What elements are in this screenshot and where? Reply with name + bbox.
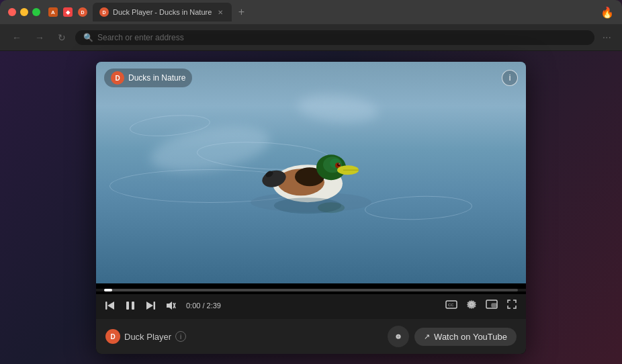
progress-bar-fill — [104, 289, 112, 291]
water-highlight-2 — [296, 92, 379, 126]
active-tab[interactable]: D Duck Player - Ducks in Nature ✕ — [93, 3, 232, 21]
other-favicon-1[interactable]: ◆ — [63, 7, 73, 17]
right-controls: CC — [444, 298, 518, 312]
play-pause-button[interactable] — [124, 300, 136, 312]
traffic-lights — [8, 8, 40, 16]
airbnb-favicon[interactable]: A — [48, 7, 58, 17]
water-ripple-3 — [364, 194, 472, 222]
right-bottom-controls: ↗ Watch on YouTube — [388, 326, 517, 347]
address-text: Search or enter address — [97, 33, 184, 42]
svg-rect-30 — [492, 304, 496, 307]
progress-bar-container[interactable] — [104, 289, 518, 291]
forward-button[interactable]: → — [31, 30, 48, 46]
settings-video-button[interactable] — [465, 298, 478, 312]
captions-button[interactable]: CC — [444, 299, 459, 312]
close-button[interactable] — [8, 8, 16, 16]
svg-marker-23 — [167, 302, 172, 310]
maximize-button[interactable] — [32, 8, 40, 16]
ddg-logo-pill: D Ducks in Nature — [104, 69, 192, 87]
duck-player-logo: D — [105, 329, 120, 344]
tab-title: Duck Player - Ducks in Nature — [113, 8, 212, 16]
svg-point-10 — [339, 163, 340, 165]
bookmark-icons: A ◆ D — [48, 7, 87, 17]
svg-rect-17 — [105, 302, 107, 310]
duck-player-info-button[interactable]: i — [175, 331, 186, 342]
watch-youtube-label: Watch on YouTube — [434, 332, 507, 342]
new-tab-button[interactable]: + — [234, 5, 248, 19]
svg-marker-22 — [146, 302, 153, 310]
time-display: 0:00 / 2:39 — [186, 302, 436, 310]
browser-menu-button[interactable]: ··· — [600, 29, 614, 46]
bottom-bar: D Duck Player i ↗ Watch on YouTube — [96, 319, 526, 354]
content-area: D Ducks in Nature i — [0, 51, 622, 364]
fullscreen-button[interactable] — [506, 298, 518, 312]
skip-forward-button[interactable] — [144, 300, 157, 312]
duck-player-label: D Duck Player i — [105, 329, 186, 344]
duck-player-text: Duck Player — [124, 332, 171, 342]
ddg-logo-icon: D — [111, 71, 124, 85]
tab-favicon: D — [99, 7, 109, 17]
duck-illustration — [244, 135, 378, 218]
tabs-area: D Duck Player - Ducks in Nature ✕ + — [93, 3, 601, 21]
refresh-button[interactable]: ↻ — [54, 30, 70, 46]
tab-close-button[interactable]: ✕ — [216, 8, 225, 17]
video-overlay-header: D Ducks in Nature i — [96, 69, 526, 87]
title-bar: A ◆ D D Duck Player - Ducks in Nature ✕ … — [0, 0, 622, 24]
svg-point-16 — [318, 202, 345, 213]
svg-rect-20 — [132, 302, 134, 310]
address-bar[interactable]: 🔍 Search or enter address — [75, 30, 594, 45]
watch-youtube-button[interactable]: ↗ Watch on YouTube — [414, 328, 517, 346]
svg-text:CC: CC — [448, 303, 454, 307]
duck-player-container: D Ducks in Nature i — [96, 62, 526, 354]
svg-rect-21 — [154, 302, 156, 310]
video-area: D Ducks in Nature i — [96, 62, 526, 283]
mute-button[interactable] — [165, 300, 178, 312]
minimize-button[interactable] — [20, 8, 28, 16]
video-scene — [96, 62, 526, 283]
pip-button[interactable] — [484, 298, 499, 312]
video-title-overlay: Ducks in Nature — [128, 73, 185, 83]
browser-window: A ◆ D D Duck Player - Ducks in Nature ✕ … — [0, 0, 622, 364]
video-info-button[interactable]: i — [502, 70, 518, 86]
svg-rect-19 — [126, 302, 129, 310]
skip-back-button[interactable] — [104, 300, 116, 312]
ddg-flame-icon[interactable]: 🔥 — [601, 6, 614, 19]
search-icon: 🔍 — [83, 33, 93, 42]
ddg-favicon[interactable]: D — [78, 7, 87, 17]
svg-marker-18 — [107, 302, 114, 310]
back-button[interactable]: ← — [8, 30, 26, 46]
controls-bar: 0:00 / 2:39 CC — [96, 294, 526, 319]
external-link-icon: ↗ — [424, 332, 430, 341]
progress-area[interactable] — [96, 289, 526, 291]
nav-bar: ← → ↻ 🔍 Search or enter address ··· — [0, 24, 622, 51]
player-settings-button[interactable] — [388, 326, 409, 347]
